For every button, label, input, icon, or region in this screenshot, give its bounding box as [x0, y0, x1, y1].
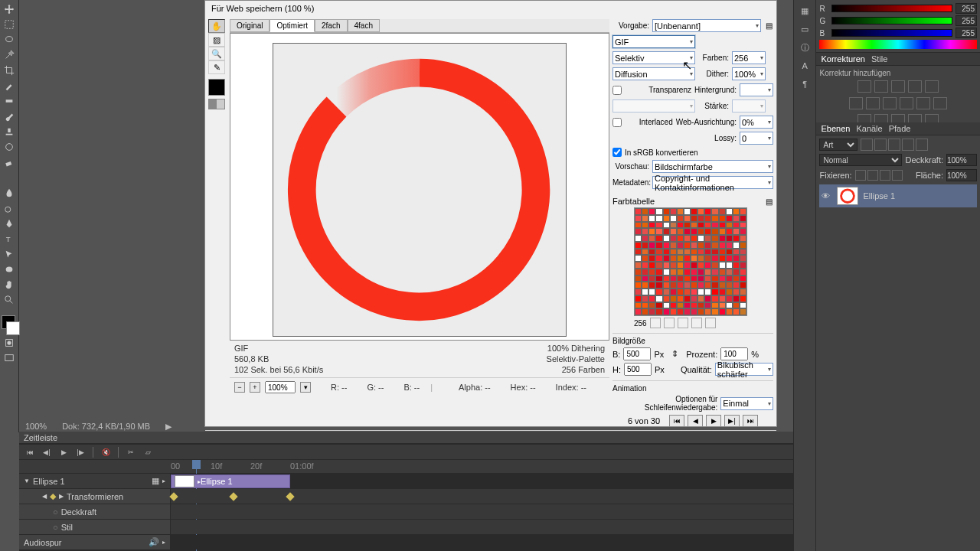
filter-pixel-icon[interactable] — [861, 139, 873, 151]
width-input[interactable] — [623, 347, 651, 360]
adj-vibrance-icon[interactable] — [925, 80, 939, 93]
adj-balance-icon[interactable] — [866, 97, 880, 109]
dialog-slice-tool[interactable]: ▨ — [208, 33, 225, 47]
wand-tool[interactable] — [1, 47, 18, 63]
anim-first-button[interactable]: ⏮ — [669, 415, 684, 427]
height-input[interactable] — [624, 363, 652, 376]
tab-optimized[interactable]: Optimiert — [270, 19, 315, 32]
b-value-input[interactable] — [956, 28, 977, 38]
tab-kanale[interactable]: Kanäle — [856, 124, 882, 133]
lock-pixel-icon[interactable] — [867, 170, 878, 181]
hand-tool[interactable] — [1, 277, 18, 292]
adj-photo-icon[interactable] — [900, 97, 913, 109]
blur-tool[interactable] — [1, 185, 18, 201]
tab-pfade[interactable]: Pfade — [889, 124, 911, 133]
adj-exposure-icon[interactable] — [908, 80, 922, 93]
zoom-tool[interactable] — [1, 292, 18, 308]
eyedropper-tool[interactable] — [1, 78, 18, 93]
gradient-tool[interactable] — [1, 170, 18, 185]
format-dropdown[interactable]: GIF — [612, 35, 695, 48]
ct-btn-3[interactable] — [678, 318, 688, 328]
track-opts-icon[interactable]: ▦ — [152, 476, 159, 486]
adj-mixer-icon[interactable] — [916, 97, 930, 109]
percent-input[interactable] — [720, 347, 748, 360]
shape-tool[interactable] — [1, 262, 18, 277]
dialog-eyedropper-color[interactable] — [208, 79, 225, 96]
timeline-clip[interactable]: ▸ Ellipse 1 — [171, 474, 290, 488]
zoom-in-button[interactable]: + — [250, 382, 260, 393]
track-expand-icon[interactable]: ▼ — [24, 478, 30, 484]
metadata-dropdown[interactable]: Copyright- und Kontaktinformationen — [652, 176, 773, 189]
dialog-slice-visibility[interactable] — [208, 99, 225, 109]
preset-dropdown[interactable]: [Unbenannt] — [652, 19, 761, 32]
dialog-zoom-tool[interactable]: 🔍 — [208, 47, 225, 60]
quality-dropdown[interactable]: Bikubisch schärfer — [715, 363, 773, 376]
websnap-dropdown[interactable]: 0% — [740, 116, 773, 129]
filter-smart-icon[interactable] — [916, 139, 928, 151]
kf-toggle-icon[interactable]: ◆ — [50, 491, 56, 501]
zoom-input[interactable] — [265, 381, 296, 393]
filter-kind-dropdown[interactable]: Art — [819, 139, 858, 151]
b-slider[interactable] — [831, 29, 952, 37]
interlaced-checkbox[interactable] — [612, 118, 622, 127]
dither-dropdown[interactable]: 100% — [732, 67, 766, 80]
ct-btn-2[interactable] — [664, 318, 675, 328]
tab-2up[interactable]: 2fach — [315, 19, 347, 32]
layer-opacity-input[interactable] — [946, 154, 977, 166]
tab-original[interactable]: Original — [230, 19, 270, 32]
crop-tool[interactable] — [1, 63, 18, 78]
tl-play-button[interactable]: ▶ — [56, 446, 71, 458]
tl-next-button[interactable]: |▶ — [73, 446, 88, 458]
adj-curves-icon[interactable] — [891, 80, 905, 93]
tl-split-button[interactable]: ✂ — [123, 446, 139, 458]
playhead[interactable] — [192, 460, 201, 469]
ct-btn-4[interactable] — [691, 318, 702, 328]
preview-canvas[interactable] — [273, 43, 567, 337]
spectrum-strip[interactable] — [819, 40, 977, 49]
dialog-hand-tool[interactable]: ✋ — [208, 19, 225, 33]
filter-adj-icon[interactable] — [874, 139, 887, 151]
tl-transition-button[interactable]: ▱ — [140, 446, 155, 458]
loop-dropdown[interactable]: Einmal — [720, 397, 773, 410]
dither-method-dropdown[interactable]: Diffusion — [612, 67, 695, 80]
adj-hue-icon[interactable] — [849, 97, 863, 109]
keyframe[interactable] — [229, 492, 237, 500]
info-panel-icon[interactable]: ⓘ — [795, 40, 814, 55]
tl-first-button[interactable]: ⏮ — [22, 446, 38, 458]
move-tool[interactable] — [1, 2, 18, 17]
colors-dropdown[interactable]: 256 — [732, 51, 766, 64]
link-icon[interactable]: ⇕ — [671, 349, 678, 359]
eraser-tool[interactable] — [1, 155, 18, 170]
transparency-checkbox[interactable] — [612, 86, 622, 95]
lock-trans-icon[interactable] — [855, 170, 866, 181]
zoom-out-button[interactable]: − — [234, 382, 245, 393]
anim-next-button[interactable]: ▶| — [724, 415, 740, 427]
bg-dropdown[interactable] — [740, 83, 773, 96]
tab-4up[interactable]: 4fach — [348, 19, 380, 32]
quickmask-tool[interactable] — [1, 335, 18, 350]
history-brush-tool[interactable] — [1, 139, 18, 155]
anim-prev-button[interactable]: ◀ — [688, 415, 703, 427]
layer-item[interactable]: 👁 Ellipse 1 — [819, 184, 977, 207]
kf-prev-icon[interactable]: ◀ — [42, 493, 47, 500]
zoom-dropdown[interactable]: ▾ — [300, 382, 311, 393]
timeline-ruler[interactable]: 00 10f 20f 01:00f — [19, 460, 793, 474]
blend-mode-dropdown[interactable]: Normal — [819, 154, 902, 166]
srgb-checkbox[interactable] — [612, 148, 622, 157]
tl-mute-button[interactable]: 🔇 — [98, 446, 113, 458]
lasso-tool[interactable] — [1, 32, 18, 47]
ct-btn-5[interactable] — [705, 318, 716, 328]
heal-tool[interactable] — [1, 93, 18, 109]
adj-bw-icon[interactable] — [883, 97, 897, 109]
adj-levels-icon[interactable] — [874, 80, 888, 93]
audio-icon[interactable]: 🔊 — [149, 537, 159, 547]
kf-next-icon[interactable]: ▶ — [59, 493, 64, 500]
properties-panel-icon[interactable]: ▭ — [795, 21, 814, 37]
adj-lookup-icon[interactable] — [933, 97, 947, 109]
stamp-tool[interactable] — [1, 124, 18, 139]
ct-btn-1[interactable] — [650, 318, 661, 328]
tab-ebenen[interactable]: Ebenen — [821, 124, 850, 133]
layer-visibility-icon[interactable]: 👁 — [822, 191, 832, 201]
tl-prev-button[interactable]: ◀| — [39, 446, 54, 458]
tab-korrekturen[interactable]: Korrekturen — [821, 54, 864, 64]
